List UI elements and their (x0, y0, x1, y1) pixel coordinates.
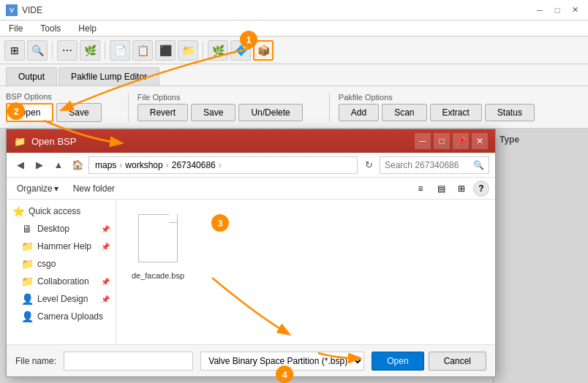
nav-forward-button[interactable]: ▶ (31, 157, 48, 173)
checkerboard-tool-button[interactable]: ⬛ (155, 40, 176, 61)
files-grid: de_facade.bsp 3 (116, 200, 495, 344)
bsp-save-button[interactable]: Save (56, 103, 101, 122)
nav-item-camera-uploads[interactable]: 👤 Camera Uploads (7, 308, 116, 325)
new-folder-button[interactable]: New folder (69, 181, 119, 196)
sidebar-nav: ⭐ Quick access 🖥 Desktop 📌 📁 Hammer Help… (7, 200, 116, 344)
toolbar-separator-2 (105, 42, 105, 59)
view-large-button[interactable]: ⊞ (453, 180, 470, 197)
collaboration-icon: 📁 (21, 276, 33, 287)
mushroom-tool-button[interactable]: 🌿 (80, 40, 100, 61)
dialog-title: 📁 Open BSP (14, 136, 76, 147)
file-undelete-button[interactable]: Un/Delete (238, 104, 302, 121)
tab-output-label: Output (18, 72, 45, 82)
dialog-close-button[interactable]: ✕ (472, 133, 488, 149)
breadcrumb-maps: maps (95, 160, 116, 170)
nav-item-desktop-label: Desktop (37, 224, 69, 234)
badge-1: 1 (240, 31, 257, 48)
filename-input[interactable] (64, 352, 193, 371)
open-bsp-dialog: 📁 Open BSP ─ □ 📌 ✕ ◀ ▶ ▲ 🏠 maps › (6, 129, 496, 377)
file-options-label: File Options (137, 93, 181, 102)
tab-pakfile-label: Pakfile Lump Editor (71, 72, 147, 82)
badge-3: 3 (211, 214, 229, 232)
organize-label: Organize (17, 183, 53, 194)
nav-back-button[interactable]: ◀ (12, 157, 29, 173)
help-menu[interactable]: Help (75, 22, 99, 35)
pakfile-options-buttons: Add Scan Extract Status (339, 104, 535, 121)
file-item-de-facade[interactable]: de_facade.bsp (125, 208, 191, 286)
close-button[interactable]: ✕ (568, 3, 582, 18)
dialog-maximize-button[interactable]: □ (434, 133, 450, 149)
tab-pakfile[interactable]: Pakfile Lump Editor (59, 67, 159, 86)
dialog-minimize-button[interactable]: ─ (415, 133, 431, 149)
annotation-2: 2 (7, 102, 25, 120)
pakfile-add-button[interactable]: Add (339, 104, 379, 121)
dialog-pin-button[interactable]: 📌 (453, 133, 469, 149)
grid-tool-button[interactable]: ⊞ (4, 40, 25, 61)
view-details-button[interactable]: ▤ (432, 180, 450, 197)
view-list-button[interactable]: ≡ (412, 180, 429, 197)
pakfile-status-button[interactable]: Status (485, 104, 535, 121)
annotation-1: 1 (240, 31, 257, 48)
main-toolbar: ⊞ 🔍 ⋯ 🌿 📄 📋 ⬛ 📁 🌿 💠 📦 1 (0, 37, 588, 64)
options-separator-1 (128, 93, 129, 122)
options-separator-2 (329, 93, 330, 122)
address-bar: ◀ ▶ ▲ 🏠 maps › workshop › 267340686 › ↻ … (7, 153, 495, 178)
minimize-button[interactable]: ─ (532, 3, 547, 18)
nav-item-hammer-help[interactable]: 📁 Hammer Help 📌 (7, 238, 116, 255)
search-icon: 🔍 (473, 160, 484, 170)
toolbar-separator-3 (203, 42, 203, 59)
annotation-4: 4 (276, 365, 293, 383)
file-menu[interactable]: File (6, 22, 26, 35)
options-bar: BSP Options Open Save 2 File Options Rev… (0, 86, 588, 129)
breadcrumb: maps › workshop › 267340686 › (88, 156, 358, 174)
help-button[interactable]: ? (473, 181, 489, 197)
nav-item-quick-access[interactable]: ⭐ Quick access (7, 202, 116, 220)
file-options-group: File Options Revert Save Un/Delete (137, 93, 303, 121)
menu-bar: File Tools Help (0, 20, 588, 37)
badge-4: 4 (276, 365, 293, 383)
file-save-button[interactable]: Save (191, 104, 235, 121)
nav-item-level-design[interactable]: 👤 Level Design 📌 (7, 290, 116, 308)
nav-item-hammer-help-label: Hammer Help (37, 241, 91, 251)
dialog-open-button[interactable]: Open (372, 352, 423, 371)
search-tool-button[interactable]: 🔍 (27, 40, 48, 61)
csgo-icon: 📁 (21, 258, 33, 270)
new-folder-label: New folder (73, 183, 115, 194)
plant-tool-button[interactable]: 🌿 (208, 40, 228, 61)
refresh-button[interactable]: ↻ (361, 157, 377, 173)
file-fold (169, 214, 178, 223)
dialog-title-text: Open BSP (31, 136, 76, 147)
search-input[interactable] (385, 160, 470, 170)
toolbar-separator-1 (52, 42, 53, 59)
pakfile-scan-button[interactable]: Scan (382, 104, 426, 121)
nav-item-csgo-label: csgo (37, 259, 56, 269)
title-bar: V VIDE ─ □ ✕ (0, 0, 588, 20)
nav-item-collaboration[interactable]: 📁 Collaboration 📌 (7, 273, 116, 290)
dialog-bottom-bar: File name: Valve Binary Space Partition … (7, 344, 495, 376)
file-options-buttons: Revert Save Un/Delete (137, 104, 303, 121)
nav-item-quick-access-label: Quick access (29, 206, 80, 216)
file-tool-button[interactable]: 📄 (110, 40, 130, 61)
file2-tool-button[interactable]: 📁 (178, 40, 198, 61)
nav-item-desktop[interactable]: 🖥 Desktop 📌 (7, 220, 116, 238)
window-controls: ─ □ ✕ (532, 3, 582, 18)
tab-output[interactable]: Output (6, 67, 57, 86)
tools-menu[interactable]: Tools (37, 22, 64, 35)
nav-up-button[interactable]: ▲ (50, 157, 67, 173)
nodes-tool-button[interactable]: ⋯ (57, 40, 78, 61)
level-design-arrow-icon: 📌 (101, 295, 110, 303)
app-title: VIDE (22, 5, 42, 15)
pakfile-extract-button[interactable]: Extract (430, 104, 482, 121)
nav-item-csgo[interactable]: 📁 csgo (7, 255, 116, 273)
organize-button[interactable]: Organize ▾ (12, 181, 63, 196)
file-revert-button[interactable]: Revert (137, 104, 188, 121)
nav-item-camera-uploads-label: Camera Uploads (37, 311, 103, 322)
dialog-folder-icon: 📁 (14, 136, 26, 147)
search-box: 🔍 (380, 156, 489, 174)
file-icon-de-facade (135, 214, 181, 268)
nav-item-level-design-label: Level Design (37, 294, 88, 304)
maximize-button[interactable]: □ (550, 3, 565, 18)
file-back-tool-button[interactable]: 📋 (132, 40, 153, 61)
dialog-cancel-button[interactable]: Cancel (429, 352, 486, 371)
nav-home-button[interactable]: 🏠 (69, 157, 86, 173)
